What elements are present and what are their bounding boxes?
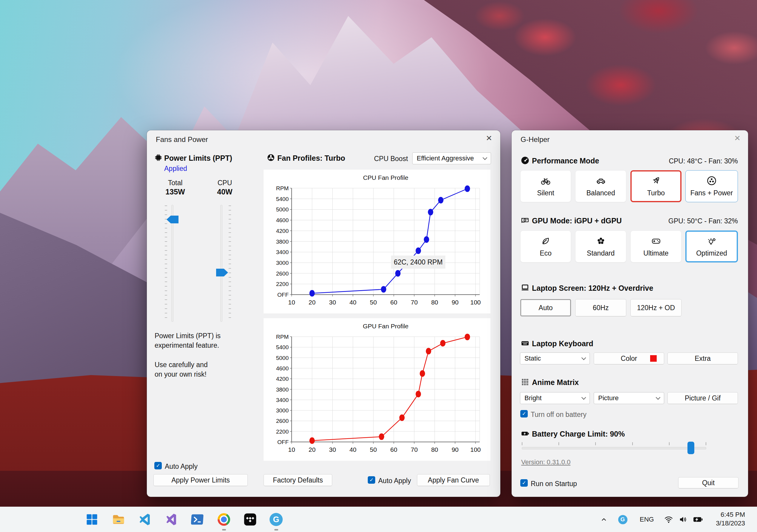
svg-text:RPM: RPM (276, 185, 288, 191)
anime-brightness-dropdown[interactable]: Bright (520, 392, 590, 404)
tidal-button[interactable] (243, 512, 257, 527)
clock-time[interactable]: 6:45 PM (721, 511, 745, 518)
vscode-button[interactable] (138, 512, 152, 527)
check-icon: ✓ (522, 411, 526, 417)
svg-text:20: 20 (309, 446, 316, 453)
svg-text:70: 70 (411, 446, 418, 453)
svg-text:40: 40 (349, 299, 356, 306)
anime-content-dropdown[interactable]: Picture (594, 392, 664, 404)
screen-button-60hz[interactable]: 60Hz (575, 299, 626, 316)
file-explorer-button[interactable] (111, 512, 126, 527)
chrome-button[interactable] (217, 512, 231, 527)
battery-slider-ticks (522, 442, 706, 445)
car-icon (595, 176, 606, 186)
language-indicator[interactable]: ENG (640, 516, 654, 523)
ghelper-letter: G (621, 516, 625, 523)
mode-button-label: Fans + Power (690, 189, 733, 197)
chevron-up-icon (601, 517, 607, 522)
svg-text:2600: 2600 (276, 418, 288, 424)
cpu-chip-icon (154, 154, 163, 162)
powershell-button[interactable] (191, 512, 205, 527)
screen-button-label: Auto (538, 304, 553, 312)
window-title: Fans and Power (156, 135, 208, 144)
gpu-button-ultimate[interactable]: Ultimate (630, 231, 681, 263)
svg-text:2200: 2200 (276, 281, 288, 287)
svg-text:2600: 2600 (276, 270, 288, 277)
auto-apply-power-checkbox[interactable]: ✓ (154, 462, 162, 469)
svg-text:60: 60 (390, 446, 397, 453)
applied-status: Applied (164, 165, 187, 173)
cpu-slider-ticks (229, 206, 231, 321)
svg-text:10: 10 (288, 299, 295, 306)
mode-button-balanced[interactable]: Balanced (575, 170, 626, 202)
auto-apply-fan-checkbox[interactable]: ✓ (368, 476, 375, 484)
gpu-mode-icon (521, 216, 530, 225)
mode-button-fans-power[interactable]: Fans + Power (685, 170, 738, 202)
mode-button-turbo[interactable]: Turbo (630, 170, 681, 202)
gpu-button-label: Ultimate (643, 249, 668, 257)
svg-text:4200: 4200 (276, 228, 288, 234)
run-on-startup-checkbox[interactable]: ✓ (520, 479, 528, 487)
start-button[interactable] (85, 512, 99, 527)
laptop-screen-heading: Laptop Screen: 120Hz + Overdrive (532, 284, 653, 293)
volume-tray-button[interactable] (677, 512, 689, 527)
tray-expand-button[interactable] (598, 512, 609, 527)
screen-button-auto[interactable]: Auto (520, 299, 571, 316)
cpu-power-slider-thumb[interactable] (216, 269, 228, 276)
gpu-button-label: Optimized (696, 249, 727, 257)
version-link[interactable]: Version: 0.31.0.0 (521, 458, 570, 466)
svg-text:GPU Fan Profile: GPU Fan Profile (363, 323, 409, 329)
gpu-button-standard[interactable]: Standard (575, 231, 626, 263)
svg-text:30: 30 (329, 446, 336, 453)
gpu-fan-chart[interactable]: GPU Fan Profile102030405060708090100OFF2… (263, 318, 491, 461)
gpu-button-optimized[interactable]: Optimized (685, 231, 738, 263)
battery-charge-slider-thumb[interactable] (687, 442, 694, 454)
fan-power-icon (707, 176, 717, 186)
svg-text:80: 80 (431, 446, 438, 453)
gpu-temp-fan-status: GPU: 50°C - Fan: 32% (668, 217, 738, 225)
screen-button-120hz-od[interactable]: 120Hz + OD (630, 299, 681, 316)
apply-fan-curve-button[interactable]: Apply Fan Curve (417, 474, 490, 486)
close-icon[interactable]: × (734, 133, 740, 143)
keyboard-extra-label: Extra (695, 354, 711, 363)
ghelper-running-indicator (274, 529, 278, 530)
bulb-gear-icon (707, 236, 717, 246)
svg-text:30: 30 (329, 299, 336, 306)
rocket-icon (651, 176, 661, 186)
ghelper-taskbar-button[interactable]: G (269, 512, 283, 527)
total-power-slider-thumb[interactable] (167, 216, 178, 223)
anime-brightness-value: Bright (525, 394, 541, 402)
visual-studio-button[interactable] (165, 512, 179, 527)
wifi-icon (664, 516, 673, 523)
svg-text:2200: 2200 (276, 429, 288, 435)
keyboard-color-button[interactable]: Color (594, 352, 664, 364)
cpu-power-slider[interactable] (220, 205, 222, 322)
gpu-mode-heading: GPU Mode: iGPU + dGPU (532, 216, 622, 225)
gpu-button-label: Eco (540, 249, 552, 257)
wifi-tray-button[interactable] (663, 512, 675, 527)
gpu-button-label: Standard (587, 249, 615, 257)
anime-picture-gif-button[interactable]: Picture / Gif (667, 392, 738, 404)
close-icon[interactable]: × (486, 133, 492, 143)
apply-power-limits-button[interactable]: Apply Power Limits (153, 474, 248, 486)
ghelper-tray-button[interactable]: G (617, 512, 628, 527)
mode-button-silent[interactable]: Silent (520, 170, 571, 202)
auto-apply-power-label: Auto Apply (165, 462, 197, 471)
battery-tray-button[interactable] (691, 512, 705, 527)
svg-text:3000: 3000 (276, 260, 288, 266)
svg-text:3400: 3400 (276, 249, 288, 255)
battery-charge-slider[interactable] (522, 447, 706, 449)
gamepad-icon (651, 236, 661, 246)
check-icon: ✓ (522, 480, 526, 486)
quit-button[interactable]: Quit (678, 477, 739, 489)
factory-defaults-button[interactable]: Factory Defaults (263, 474, 332, 486)
desktop: Fans and Power × Power Limits (PPT) Appl… (0, 0, 757, 532)
cpu-boost-dropdown[interactable]: Efficient Aggressive (412, 153, 491, 164)
keyboard-extra-button[interactable]: Extra (667, 352, 738, 364)
battery-bolt-icon (521, 429, 530, 438)
clock-date[interactable]: 3/18/2023 (716, 519, 745, 527)
gpu-button-eco[interactable]: Eco (520, 231, 571, 263)
keyboard-mode-dropdown[interactable]: Static (520, 352, 590, 364)
turn-off-on-battery-checkbox[interactable]: ✓ (520, 410, 528, 417)
cpu-fan-chart[interactable]: CPU Fan Profile102030405060708090100OFF2… (263, 170, 491, 313)
